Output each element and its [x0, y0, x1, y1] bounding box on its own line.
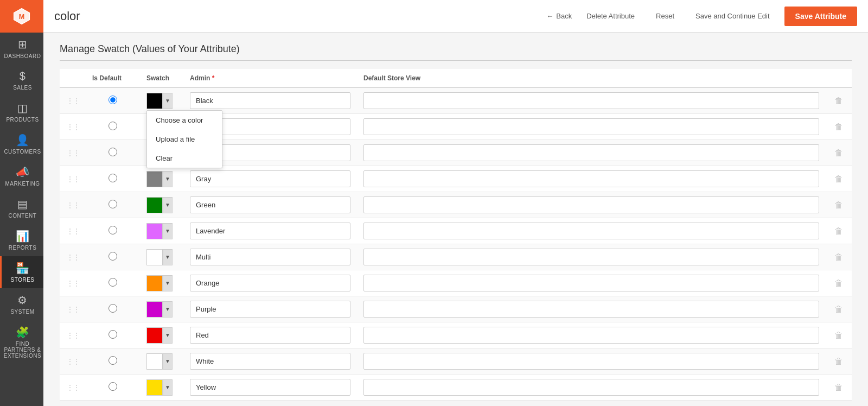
admin-cell [183, 192, 357, 218]
delete-row-button[interactable]: 🗑 [832, 328, 845, 342]
admin-input[interactable] [190, 379, 350, 396]
sidebar-item-stores[interactable]: 🏪 STORES [0, 256, 43, 288]
sidebar-item-system[interactable]: ⚙ SYSTEM [0, 288, 43, 320]
admin-input[interactable] [190, 170, 350, 187]
delete-row-button[interactable]: 🗑 [832, 224, 845, 238]
default-radio[interactable] [108, 148, 117, 156]
swatch-color-box[interactable] [146, 223, 163, 239]
default-radio[interactable] [108, 174, 117, 182]
drag-handle-icon[interactable]: ⋮⋮ [66, 331, 79, 340]
drag-handle-icon[interactable]: ⋮⋮ [66, 201, 79, 210]
store-input[interactable] [363, 275, 819, 291]
admin-input[interactable] [190, 301, 350, 318]
swatch-color-box[interactable] [146, 93, 163, 109]
swatch-dropdown-btn[interactable]: ▼ [163, 275, 173, 291]
swatch-color-box[interactable] [146, 275, 163, 291]
swatch-color-box[interactable] [146, 249, 163, 265]
default-radio[interactable] [108, 96, 117, 104]
sidebar-item-marketing[interactable]: 📣 MARKETING [0, 160, 43, 192]
delete-row-button[interactable]: 🗑 [832, 120, 845, 134]
swatch-color-box[interactable] [146, 327, 163, 344]
swatch-dropdown-btn[interactable]: ▼ [163, 249, 173, 265]
default-radio[interactable] [108, 252, 117, 261]
sidebar-item-extensions[interactable]: 🧩 FIND PARTNERS & EXTENSIONS [0, 320, 43, 364]
store-input[interactable] [363, 92, 819, 109]
default-radio[interactable] [108, 382, 117, 391]
swatch-dropdown-btn[interactable]: ▼ [163, 171, 173, 187]
save-continue-button[interactable]: Save and Continue Edit [689, 8, 776, 24]
swatch-dropdown-btn[interactable]: ▼ [163, 327, 173, 344]
admin-cell [183, 218, 357, 244]
drag-handle-icon[interactable]: ⋮⋮ [66, 279, 79, 288]
default-radio[interactable] [108, 200, 117, 208]
admin-input[interactable] [190, 275, 350, 291]
swatch-color-box[interactable] [146, 301, 163, 318]
store-input[interactable] [363, 223, 819, 239]
sidebar-item-content[interactable]: ▤ CONTENT [0, 192, 43, 224]
clear-item[interactable]: Clear [147, 149, 222, 168]
swatch-color-box[interactable] [146, 379, 163, 396]
delete-row-button[interactable]: 🗑 [832, 354, 845, 369]
default-radio[interactable] [108, 278, 117, 287]
default-radio[interactable] [108, 226, 117, 234]
store-input[interactable] [363, 327, 819, 344]
delete-row-button[interactable]: 🗑 [832, 250, 845, 264]
delete-row-button[interactable]: 🗑 [832, 94, 845, 108]
admin-input[interactable] [190, 327, 350, 344]
delete-row-button[interactable]: 🗑 [832, 198, 845, 212]
default-radio[interactable] [108, 356, 117, 365]
store-input[interactable] [363, 118, 819, 135]
drag-handle-icon[interactable]: ⋮⋮ [66, 253, 79, 262]
delete-row-button[interactable]: 🗑 [832, 172, 845, 186]
choose-color-item[interactable]: Choose a color [147, 111, 222, 130]
store-input[interactable] [363, 301, 819, 318]
swatch-dropdown-btn[interactable]: ▼ [163, 197, 173, 213]
sidebar-item-sales[interactable]: $ SALES [0, 65, 43, 96]
default-radio[interactable] [108, 122, 117, 130]
admin-input[interactable] [190, 223, 350, 239]
swatch-dropdown-btn[interactable]: ▼ [163, 301, 173, 318]
drag-handle-icon[interactable]: ⋮⋮ [66, 357, 79, 366]
drag-handle-icon[interactable]: ⋮⋮ [66, 383, 79, 392]
delete-row-button[interactable]: 🗑 [832, 276, 845, 290]
swatch-cell: ▼ Choose a color Upload a file Clear [140, 296, 183, 322]
drag-handle-icon[interactable]: ⋮⋮ [66, 175, 79, 183]
sidebar-item-products[interactable]: ◫ PRODUCTS [0, 96, 43, 128]
drag-handle-icon[interactable]: ⋮⋮ [66, 97, 79, 105]
save-attribute-button[interactable]: Save Attribute [784, 7, 857, 26]
store-input[interactable] [363, 196, 819, 213]
admin-input[interactable] [190, 353, 350, 370]
swatch-color-box[interactable] [146, 197, 163, 213]
store-input[interactable] [363, 170, 819, 187]
store-input[interactable] [363, 249, 819, 265]
back-button[interactable]: ← Back [546, 12, 572, 20]
swatch-dropdown-btn[interactable]: ▼ [163, 353, 173, 370]
swatch-dropdown-btn[interactable]: ▼ [163, 223, 173, 239]
delete-row-button[interactable]: 🗑 [832, 380, 845, 395]
sidebar-item-dashboard[interactable]: ⊞ DASHBOARD [0, 33, 43, 65]
logo[interactable]: M [0, 0, 43, 33]
default-radio[interactable] [108, 304, 117, 313]
delete-attribute-button[interactable]: Delete Attribute [580, 8, 641, 24]
swatch-color-box[interactable] [146, 171, 163, 187]
default-radio[interactable] [108, 330, 117, 339]
delete-row-button[interactable]: 🗑 [832, 302, 845, 316]
upload-file-item[interactable]: Upload a file [147, 130, 222, 149]
admin-input[interactable] [190, 249, 350, 265]
reset-button[interactable]: Reset [649, 8, 681, 24]
drag-handle-icon[interactable]: ⋮⋮ [66, 227, 79, 236]
sidebar-item-reports[interactable]: 📊 REPORTS [0, 224, 43, 256]
store-input[interactable] [363, 353, 819, 370]
admin-input[interactable] [190, 196, 350, 213]
drag-handle-icon[interactable]: ⋮⋮ [66, 123, 79, 131]
store-input[interactable] [363, 144, 819, 161]
delete-row-button[interactable]: 🗑 [832, 146, 845, 160]
admin-input[interactable] [190, 92, 350, 109]
swatch-dropdown-btn[interactable]: ▼ [163, 93, 173, 109]
swatch-color-box[interactable] [146, 353, 163, 370]
drag-handle-icon[interactable]: ⋮⋮ [66, 149, 79, 157]
store-input[interactable] [363, 379, 819, 396]
drag-handle-icon[interactable]: ⋮⋮ [66, 305, 79, 314]
sidebar-item-customers[interactable]: 👤 CUSTOMERS [0, 128, 43, 160]
swatch-dropdown-btn[interactable]: ▼ [163, 379, 173, 396]
